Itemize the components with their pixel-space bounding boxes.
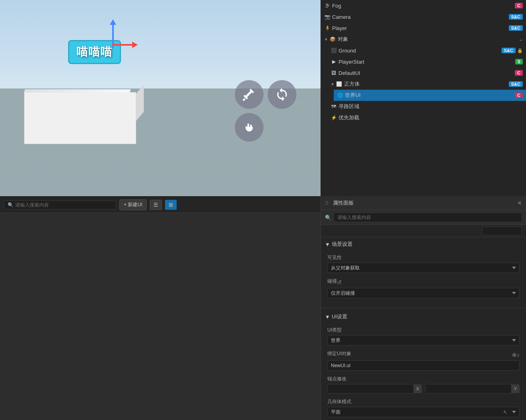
- anchor-y-label: Y: [512, 384, 520, 393]
- geometry-select[interactable]: 平面 球形 柱面: [327, 407, 520, 417]
- geometry-prop: 几何体模式 平面 球形 柱面 ↖: [327, 398, 520, 417]
- worldui-icon: 🌐: [337, 92, 343, 98]
- collision-prop: 碰撞 ↺ 仅开启碰撞 开启碰撞 关闭碰撞: [327, 278, 520, 298]
- square-group-icon: ⬜: [336, 81, 343, 87]
- ground-lock-icon: 🔒: [517, 48, 523, 53]
- priority-load-label: 优先加载: [339, 114, 523, 121]
- ui-settings-fold-icon: ▼: [325, 314, 330, 320]
- collision-select[interactable]: 仅开启碰撞 开启碰撞 关闭碰撞: [327, 288, 520, 298]
- bind-position-icon[interactable]: ⊕: [512, 352, 517, 358]
- bind-ui-label: 绑定UI对象: [327, 350, 512, 357]
- object-group-fold-icon: ▼: [324, 37, 328, 42]
- scene-item-playerstart[interactable]: ▶ PlayerStart S: [327, 56, 526, 67]
- square-group-fold-icon: ▼: [331, 82, 335, 86]
- object-group-expand-icon: ⌄: [519, 36, 523, 42]
- value-row: 0.000: [321, 225, 526, 237]
- fog-label: Fog: [332, 3, 513, 9]
- collision-label-row: 碰撞 ↺: [327, 278, 520, 286]
- interact-button[interactable]: [235, 113, 264, 142]
- scene-item-object-group[interactable]: ▼ 📦 对象 ⌄: [321, 34, 526, 45]
- panel-header: ⠿ 属性面板 ✕: [321, 196, 526, 210]
- pathfinding-label: 寻路区域: [339, 103, 523, 110]
- viewport-buttons: [235, 80, 296, 142]
- scene-settings-content: 可见性 从父对象获取 可见 隐藏 碰撞 ↺ 仅开启碰撞 开启碰撞 关闭碰撞: [321, 251, 526, 306]
- view-grid-button[interactable]: ⊞: [165, 200, 177, 210]
- anchor-y-input[interactable]: 0.500: [425, 384, 512, 394]
- camera-badge: S&C: [509, 14, 523, 20]
- scene-item-camera[interactable]: 📷 Camera S&C: [321, 11, 526, 22]
- visibility-select[interactable]: 从父对象获取 可见 隐藏: [327, 263, 520, 273]
- ground-label: Ground: [339, 48, 500, 54]
- pathfinding-icon: 🗺: [331, 103, 337, 110]
- scene-item-player[interactable]: 🧍 Player S&C: [321, 22, 526, 34]
- properties-panel: ⠿ 属性面板 ✕ 🔍 0.000 ▼ 场景设置 可见性 从父对象获取 可见: [320, 196, 526, 420]
- visibility-prop: 可见性 从父对象获取 可见 隐藏: [327, 254, 520, 273]
- list-icon: ☰: [153, 202, 158, 208]
- value-input[interactable]: 0.000: [482, 227, 522, 235]
- ui-type-label: UI类型: [327, 327, 520, 334]
- defaultui-label: DefaultUI: [339, 70, 513, 76]
- attack-button[interactable]: [235, 80, 264, 109]
- scene-item-pathfinding[interactable]: 🗺 寻路区域: [327, 101, 526, 112]
- scene-item-worldui[interactable]: 🌐 世界UI C: [334, 90, 526, 101]
- ui-search-box[interactable]: 🔍: [4, 201, 116, 209]
- new-ui-button[interactable]: + 新建UI: [119, 199, 147, 210]
- ui-type-select[interactable]: 世界 屏幕 头顶: [327, 335, 520, 346]
- defaultui-badge: C: [515, 70, 523, 76]
- collision-label: 碰撞: [327, 278, 337, 285]
- scene-item-ground[interactable]: ⬛ Ground S&C 🔒: [327, 45, 526, 56]
- bind-ui-prop: 绑定UI对象 ⊕ ♪ NewUI.ui: [327, 350, 520, 371]
- camera-label: Camera: [332, 14, 507, 20]
- playerstart-label: PlayerStart: [339, 59, 514, 65]
- worldui-badge: C: [515, 92, 523, 98]
- ui-search-icon: 🔍: [8, 202, 14, 208]
- hand-icon: [242, 120, 256, 135]
- ui-settings-label: UI设置: [332, 313, 347, 320]
- prop-search-icon: 🔍: [325, 215, 331, 221]
- player-label: Player: [332, 25, 507, 31]
- anchor-x-input[interactable]: 0.500: [327, 384, 414, 394]
- viewport: 喵喵喵: [0, 0, 320, 196]
- bind-link-icon[interactable]: ♪: [517, 352, 520, 358]
- arrow-right-icon: [112, 44, 132, 46]
- object-group-icon: 📦: [330, 36, 336, 42]
- view-list-button[interactable]: ☰: [150, 200, 162, 210]
- anchor-x-group: 0.500 X: [327, 384, 422, 394]
- scene-item-square-group[interactable]: ▼ ⬜ 正方体 S&C: [327, 78, 526, 90]
- player-icon: 🧍: [324, 25, 331, 31]
- ground-icon: ⬛: [331, 47, 337, 54]
- properties-search-input[interactable]: [334, 213, 522, 222]
- ui-builder-content: [0, 213, 320, 420]
- scene-settings-header[interactable]: ▼ 场景设置: [321, 237, 526, 251]
- rotate-button[interactable]: [268, 80, 296, 109]
- defaultui-icon: 🖼: [331, 70, 337, 76]
- divider-1: [321, 308, 526, 308]
- playerstart-icon: ▶: [331, 58, 337, 65]
- ui-builder-panel: 🔍 + 新建UI ☰ ⊞: [0, 196, 320, 420]
- new-ui-label: + 新建UI: [124, 201, 142, 208]
- scene-hierarchy-panel: 🌫 Fog C 📷 Camera S&C 🧍 Player S&C ▼ 📦 对象…: [320, 0, 526, 196]
- properties-search-row: 🔍: [321, 210, 526, 225]
- scene-item-fog[interactable]: 🌫 Fog C: [321, 0, 526, 11]
- fog-badge: C: [515, 3, 523, 8]
- panel-title: 属性面板: [333, 199, 515, 207]
- ground-badge: S&C: [502, 48, 516, 53]
- anchor-prop: 锚点修改 0.500 X 0.500 Y: [327, 376, 520, 394]
- fog-icon: 🌫: [324, 2, 331, 9]
- anchor-y-group: 0.500 Y: [425, 384, 520, 394]
- ui-settings-header[interactable]: ▼ UI设置: [321, 310, 526, 324]
- scene-item-priority-load[interactable]: ⚡ 优先加载: [327, 112, 526, 123]
- ui-search-input[interactable]: [15, 202, 113, 208]
- square-group-label: 正方体: [344, 80, 507, 88]
- panel-close-button[interactable]: ✕: [517, 200, 522, 206]
- geometry-label: 几何体模式: [327, 398, 520, 405]
- viewport-box: [24, 92, 136, 144]
- scene-settings-fold-icon: ▼: [325, 241, 330, 247]
- object-group-label: 对象: [338, 36, 517, 43]
- grid-icon: ⊞: [169, 202, 173, 208]
- scene-item-defaultui[interactable]: 🖼 DefaultUI C: [327, 67, 526, 78]
- scene-settings-label: 场景设置: [332, 241, 353, 248]
- ui-settings-content: UI类型 世界 屏幕 头顶 绑定UI对象 ⊕ ♪ NewUI.ui 锚点修改: [321, 324, 526, 420]
- camera-icon: 📷: [324, 14, 331, 20]
- collision-reset-icon[interactable]: ↺: [337, 279, 342, 285]
